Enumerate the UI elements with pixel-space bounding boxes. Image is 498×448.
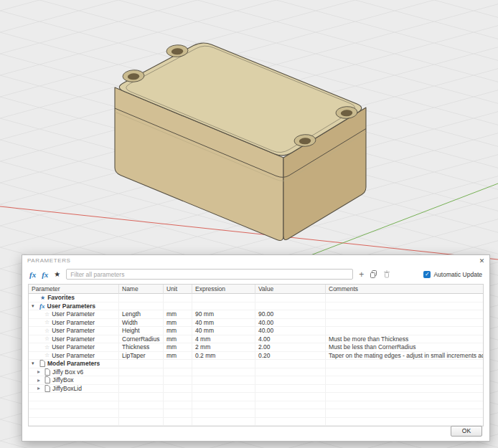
param-expression[interactable]: 4 mm bbox=[192, 335, 255, 344]
parameters-table: Parameter Name Unit Expression Value Com… bbox=[28, 284, 484, 426]
group-label: Model Parameters bbox=[47, 360, 100, 367]
favorite-toggle-icon[interactable]: ☆ bbox=[44, 311, 50, 318]
table-row[interactable]: ☆User Parameter Length mm 90 mm 90.00 bbox=[29, 310, 483, 319]
automatic-update-label: Automatic Update bbox=[433, 271, 482, 278]
param-value: 40.00 bbox=[255, 327, 326, 335]
table-header-row: Parameter Name Unit Expression Value Com… bbox=[29, 285, 483, 294]
param-type: User Parameter bbox=[52, 319, 95, 326]
checkbox-checked-icon[interactable]: ✓ bbox=[423, 271, 431, 278]
param-name[interactable]: LipTaper bbox=[119, 352, 164, 361]
model-child-row[interactable]: ▸JiffyBoxLid bbox=[29, 385, 483, 394]
param-comment[interactable] bbox=[326, 319, 483, 328]
favorite-toggle-icon[interactable]: ☆ bbox=[44, 335, 50, 342]
favorites-star-icon: ★ bbox=[40, 295, 45, 301]
favorites-label: Favorites bbox=[47, 294, 75, 301]
table-row[interactable]: ☆User Parameter Width mm 40 mm 40.00 bbox=[29, 319, 483, 328]
filter-parameters-input[interactable] bbox=[66, 269, 353, 280]
document-icon bbox=[44, 385, 50, 392]
param-unit: mm bbox=[164, 343, 192, 352]
col-value: Value bbox=[255, 285, 326, 294]
document-icon bbox=[39, 360, 45, 367]
col-name: Name bbox=[119, 285, 164, 294]
fx-icon: fx bbox=[39, 302, 45, 310]
table-empty-row bbox=[29, 418, 483, 426]
param-type: User Parameter bbox=[52, 343, 95, 351]
favorite-toggle-icon[interactable]: ☆ bbox=[44, 344, 50, 351]
param-expression[interactable]: 0.2 mm bbox=[192, 352, 255, 361]
param-unit: mm bbox=[164, 352, 192, 361]
param-unit: mm bbox=[164, 335, 192, 344]
automatic-update-toggle[interactable]: ✓ Automatic Update bbox=[423, 271, 482, 278]
favorite-toggle-icon[interactable]: ☆ bbox=[44, 328, 50, 334]
col-expression: Expression bbox=[192, 285, 255, 294]
col-parameter: Parameter bbox=[29, 285, 119, 294]
add-user-parameter-icon[interactable]: fx bbox=[29, 270, 36, 280]
param-expression[interactable]: 40 mm bbox=[192, 319, 255, 328]
model-label: JiffyBox bbox=[52, 376, 74, 383]
user-parameters-group-row[interactable]: ▾fxUser Parameters bbox=[29, 302, 483, 311]
param-name[interactable]: Width bbox=[119, 319, 164, 328]
favorites-row[interactable]: ★Favorites bbox=[29, 294, 483, 302]
param-type: User Parameter bbox=[52, 335, 95, 343]
param-name[interactable]: Height bbox=[119, 327, 164, 335]
param-unit: mm bbox=[164, 327, 192, 335]
param-value: 4.00 bbox=[255, 335, 326, 344]
col-unit: Unit bbox=[164, 285, 192, 294]
table-empty-row bbox=[29, 401, 483, 410]
col-comments: Comments bbox=[326, 285, 483, 294]
model-parameters-group-row[interactable]: ▾Model Parameters bbox=[29, 360, 483, 368]
param-comment[interactable]: Must be less than CornerRadius bbox=[326, 343, 483, 352]
model-child-row[interactable]: ▸Jiffy Box v6 bbox=[29, 368, 483, 377]
param-name[interactable]: CornerRadius bbox=[119, 335, 164, 344]
param-type: User Parameter bbox=[52, 327, 95, 334]
param-comment[interactable] bbox=[326, 310, 483, 319]
group-label: User Parameters bbox=[47, 302, 96, 310]
derived-parameter-icon[interactable]: fx bbox=[42, 270, 48, 280]
caret-right-icon[interactable]: ▸ bbox=[37, 368, 42, 375]
param-name[interactable]: Length bbox=[119, 310, 164, 319]
document-icon bbox=[44, 376, 50, 383]
model-label: JiffyBoxLid bbox=[52, 385, 82, 392]
param-expression[interactable]: 40 mm bbox=[192, 327, 255, 335]
ok-button[interactable]: OK bbox=[451, 426, 482, 437]
caret-right-icon[interactable]: ▸ bbox=[37, 377, 42, 383]
delete-parameter-icon[interactable] bbox=[383, 270, 390, 278]
param-name[interactable]: Thickness bbox=[119, 343, 164, 352]
copy-parameter-icon[interactable] bbox=[370, 270, 377, 278]
table-row[interactable]: ☆User Parameter LipTaper mm 0.2 mm 0.20 … bbox=[29, 352, 483, 361]
favorite-toggle-icon[interactable]: ☆ bbox=[44, 352, 50, 358]
param-value: 40.00 bbox=[255, 319, 326, 328]
param-type: User Parameter bbox=[52, 310, 95, 318]
dialog-titlebar[interactable]: PARAMETERS ✕ bbox=[22, 255, 489, 266]
param-expression[interactable]: 2 mm bbox=[192, 343, 255, 352]
param-comment[interactable]: Taper on the mating edges - adjust in sm… bbox=[326, 352, 483, 361]
document-icon bbox=[44, 368, 50, 376]
param-value: 90.00 bbox=[255, 310, 326, 319]
favorites-filter-icon[interactable]: ★ bbox=[54, 270, 60, 280]
table-row[interactable]: ☆User Parameter CornerRadius mm 4 mm 4.0… bbox=[29, 335, 483, 344]
dialog-toolbar: fx fx ★ + ✓ Automatic Update bbox=[22, 266, 489, 284]
table-row[interactable]: ☆User Parameter Thickness mm 2 mm 2.00 M… bbox=[29, 343, 483, 352]
param-value: 2.00 bbox=[255, 343, 326, 352]
model-child-row[interactable]: ▸JiffyBox bbox=[29, 376, 483, 385]
param-expression[interactable]: 90 mm bbox=[192, 310, 255, 319]
caret-right-icon[interactable]: ▸ bbox=[37, 385, 42, 391]
caret-down-icon[interactable]: ▾ bbox=[32, 361, 37, 366]
close-icon[interactable]: ✕ bbox=[479, 256, 485, 267]
dialog-title: PARAMETERS bbox=[27, 257, 71, 264]
add-parameter-icon[interactable]: + bbox=[359, 270, 364, 279]
param-value: 0.20 bbox=[255, 352, 326, 361]
caret-down-icon[interactable]: ▾ bbox=[32, 303, 37, 309]
param-type: User Parameter bbox=[52, 352, 95, 359]
param-unit: mm bbox=[164, 310, 192, 319]
param-unit: mm bbox=[164, 319, 192, 328]
table-empty-row bbox=[29, 393, 483, 401]
parameters-dialog: PARAMETERS ✕ fx fx ★ + ✓ Automatic Updat… bbox=[22, 254, 490, 442]
table-empty-row bbox=[29, 409, 483, 418]
param-comment[interactable] bbox=[326, 327, 483, 335]
table-row[interactable]: ☆User Parameter Height mm 40 mm 40.00 bbox=[29, 327, 483, 335]
param-comment[interactable]: Must be more than Thickness bbox=[326, 335, 483, 344]
favorite-toggle-icon[interactable]: ☆ bbox=[44, 319, 50, 325]
model-label: Jiffy Box v6 bbox=[52, 368, 83, 376]
